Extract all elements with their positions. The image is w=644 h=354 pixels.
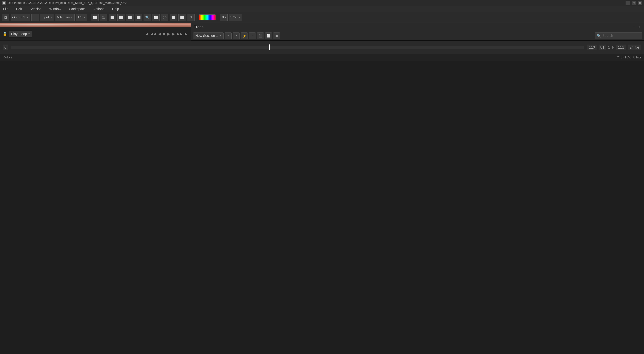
maximize-button[interactable]: □	[632, 1, 636, 5]
window-controls: ─ □ ✕	[626, 1, 642, 5]
view-toggle-4[interactable]: ⬜	[118, 14, 125, 21]
fps-display: 24 fps	[628, 44, 641, 50]
menu-workspace[interactable]: Workspace	[68, 6, 87, 11]
app-title: D:/Silhouette 2022/SFX 2022 Roto Project…	[8, 1, 128, 5]
view-toggle-8[interactable]: ⬜	[152, 14, 160, 21]
end-flag: F	[612, 45, 614, 50]
step-forward-button[interactable]: ▶▶	[177, 32, 183, 36]
trees-panel: Trees ─ □ New Session 1 ▼ + ✓ ⚡ ↗ ⬛ ⬜ ◼ …	[191, 23, 644, 40]
trees-toolbar: New Session 1 ▼ + ✓ ⚡ ↗ ⬛ ⬜ ◼ 🔍 Search	[191, 31, 644, 40]
playback-bar: 0 110 81 1 F 111 24 fps	[0, 40, 644, 54]
toolbar-divider-3	[218, 14, 218, 21]
viewer-background	[0, 23, 191, 27]
viewer-bottom-controls: 🔒 Play: Loop ▼ |◀ ◀◀ ◀ ■ ▶ ▶ ▶▶ ▶|	[0, 27, 191, 40]
search-icon: 🔍	[597, 34, 601, 38]
toolbar-divider-2	[196, 14, 197, 21]
timeline-playhead[interactable]	[269, 44, 270, 50]
search-placeholder: Search	[602, 34, 613, 38]
timeline-track[interactable]	[12, 46, 584, 49]
view-toggle-7[interactable]: 🔍	[144, 14, 151, 21]
trees-title: Trees	[194, 25, 204, 29]
go-start-button[interactable]: |◀	[144, 32, 148, 36]
view-toggle-9[interactable]: ◯	[161, 14, 168, 21]
trees-maximize-button[interactable]: □	[636, 24, 641, 29]
prev-frame-button[interactable]: ◀	[158, 32, 161, 36]
view-toggle-10[interactable]: ⬜	[170, 14, 177, 21]
frame-start: 0	[3, 44, 8, 50]
search-box[interactable]: 🔍 Search	[595, 32, 642, 39]
status-frame-info: 7/48 (16%) 8 bits	[616, 55, 641, 59]
app-icon: S	[2, 1, 6, 5]
menu-help[interactable]: Help	[111, 6, 120, 11]
output-select[interactable]: Output 1 ▼	[11, 14, 30, 21]
zoom-ratio-select[interactable]: 1:1 ▼	[76, 14, 87, 21]
main-toolbar: ◪ Output 1 ▼ + Input ▼ Adaptive ▼ 1:1 ▼ …	[0, 12, 644, 23]
session-tool-4[interactable]: ⬛	[257, 32, 264, 39]
view-toggle-2[interactable]: 🎬	[100, 14, 107, 21]
menu-session[interactable]: Session	[28, 6, 43, 11]
frame-number[interactable]: 80	[220, 14, 228, 21]
zoom-percent-select[interactable]: 37% ▼	[229, 14, 242, 21]
next-frame-button[interactable]: ▶	[172, 32, 175, 36]
step-back-button[interactable]: ◀◀	[150, 32, 156, 36]
stop-button[interactable]: ■	[163, 32, 165, 36]
minimize-button[interactable]: ─	[626, 1, 630, 5]
output-icon: ◪	[2, 14, 10, 21]
session-tool-3[interactable]: ↗	[249, 32, 256, 39]
view-toggle-s[interactable]: S	[187, 14, 194, 21]
menu-edit[interactable]: Edit	[15, 6, 23, 11]
menu-bar: File Edit Session Window Workspace Actio…	[0, 6, 644, 12]
menu-window[interactable]: Window	[48, 6, 62, 11]
current-frame[interactable]: 81	[598, 44, 606, 50]
go-end-button[interactable]: ▶|	[185, 32, 188, 36]
play-button[interactable]: ▶	[167, 32, 170, 36]
close-button[interactable]: ✕	[638, 1, 642, 5]
session-tool-1[interactable]: ✓	[233, 32, 240, 39]
view-toggle-3[interactable]: ⬜	[109, 14, 116, 21]
viewer-image: Node Viewer ✕ ■ Roto 3 ▼ + View: O... ▼	[0, 23, 191, 27]
view-toggle-6[interactable]: ⬜	[135, 14, 142, 21]
menu-file[interactable]: File	[2, 6, 10, 11]
status-right: 7/48 (16%) 8 bits	[616, 55, 641, 59]
menu-actions[interactable]: Actions	[92, 6, 106, 11]
main-layout: Node Viewer ✕ ■ Roto 3 ▼ + View: O... ▼	[0, 23, 644, 40]
frame-flag: 1	[608, 45, 610, 50]
status-node-name: Roto 2	[3, 55, 12, 59]
lock-icon[interactable]: 🔒	[3, 32, 7, 36]
session-tool-5[interactable]: ⬜	[265, 32, 272, 39]
adaptive-select[interactable]: Adaptive ▼	[55, 14, 75, 21]
add-output-button[interactable]: +	[31, 14, 39, 21]
frame-end: 110	[587, 44, 596, 50]
viewer-panel: Node Viewer ✕ ■ Roto 3 ▼ + View: O... ▼	[0, 23, 191, 40]
status-bar: Roto 2 7/48 (16%) 8 bits	[0, 54, 644, 61]
title-bar: S D:/Silhouette 2022/SFX 2022 Roto Proje…	[0, 0, 644, 6]
total-frames: 111	[616, 44, 626, 50]
view-toggle-11[interactable]: ⬜	[178, 14, 186, 21]
trees-minimize-button[interactable]: ─	[631, 24, 636, 29]
play-mode-select[interactable]: Play: Loop ▼	[9, 31, 32, 37]
color-swatch	[199, 14, 216, 20]
toolbar-divider-1	[89, 14, 89, 21]
new-session-select[interactable]: New Session 1 ▼	[193, 32, 224, 39]
view-toggle-1[interactable]: ⬜	[91, 14, 98, 21]
input-select[interactable]: Input ▼	[40, 14, 54, 21]
view-toggle-5[interactable]: ⬜	[126, 14, 134, 21]
trees-header: Trees ─ □	[191, 23, 644, 31]
session-tool-6[interactable]: ◼	[273, 32, 280, 39]
session-tool-2[interactable]: ⚡	[241, 32, 248, 39]
session-add-button[interactable]: +	[225, 32, 232, 39]
